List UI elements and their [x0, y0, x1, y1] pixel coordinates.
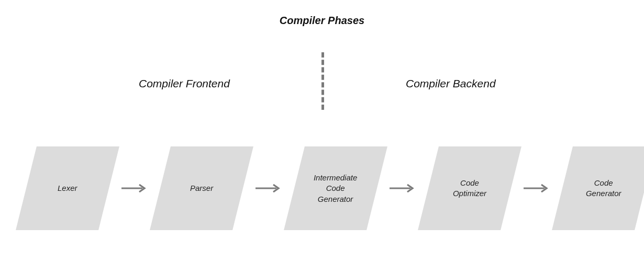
frontend-section-label: Compiler Frontend	[139, 77, 230, 90]
phase-label: Code Optimizer	[447, 178, 493, 199]
phase-node-intermediate-code-generator: Intermediate Code Generator	[284, 146, 387, 230]
phase-label: Code Generator	[580, 178, 628, 199]
diagram-title: Compiler Phases	[0, 15, 644, 27]
phase-flow: Lexer Parser Intermediate Code Generator	[26, 146, 644, 230]
backend-section-label: Compiler Backend	[406, 77, 496, 90]
phase-node-lexer: Lexer	[16, 146, 119, 230]
phase-label: Parser	[184, 183, 219, 193]
frontend-backend-divider	[321, 52, 324, 110]
phase-label: Intermediate Code Generator	[307, 173, 363, 204]
arrow-icon	[254, 184, 283, 193]
arrow-icon	[120, 184, 149, 193]
phase-node-parser: Parser	[150, 146, 253, 230]
phase-label: Lexer	[51, 183, 84, 193]
arrow-icon	[523, 184, 551, 193]
arrow-icon	[388, 184, 417, 193]
phase-node-code-optimizer: Code Optimizer	[418, 146, 521, 230]
phase-node-code-generator: Code Generator	[552, 146, 644, 230]
diagram-canvas: Compiler Phases Compiler Frontend Compil…	[0, 0, 644, 262]
